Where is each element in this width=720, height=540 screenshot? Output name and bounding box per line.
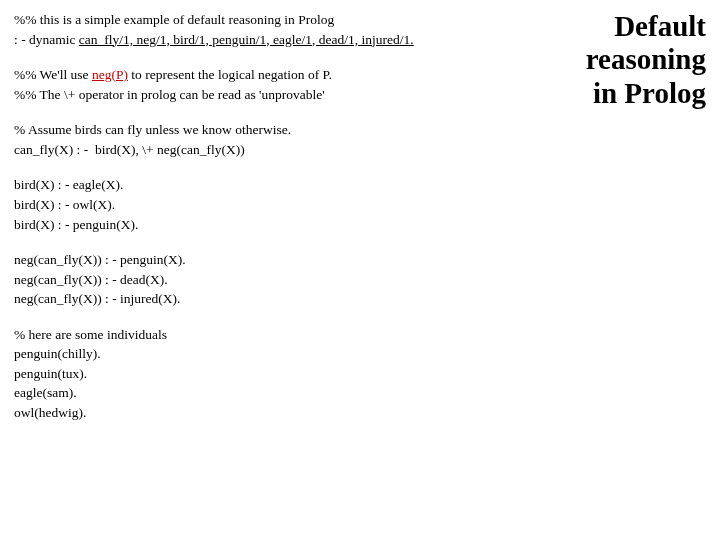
title-line: reasoning	[534, 43, 706, 76]
slide-title: Default reasoning in Prolog	[534, 10, 706, 110]
title-line: Default	[534, 10, 706, 43]
code-line: %% this is a simple example of default r…	[14, 10, 522, 30]
code-line: eagle(sam).	[14, 383, 522, 403]
title-column: Default reasoning in Prolog	[530, 0, 720, 540]
code-line: neg(can_fly(X)) : - injured(X).	[14, 289, 522, 309]
neg-link[interactable]: neg(P)	[92, 67, 128, 82]
code-line: bird(X) : - owl(X).	[14, 195, 522, 215]
code-block-5: neg(can_fly(X)) : - penguin(X). neg(can_…	[14, 250, 522, 309]
code-line: can_fly(X) : - bird(X), \+ neg(can_fly(X…	[14, 140, 522, 160]
code-line: % Assume birds can fly unless we know ot…	[14, 120, 522, 140]
code-block-4: bird(X) : - eagle(X). bird(X) : - owl(X)…	[14, 175, 522, 234]
code-column: %% this is a simple example of default r…	[0, 0, 530, 540]
code-line: owl(hedwig).	[14, 403, 522, 423]
code-line: %% We'll use neg(P) to represent the log…	[14, 65, 522, 85]
dynamic-declaration: can_fly/1, neg/1, bird/1, penguin/1, eag…	[79, 32, 414, 47]
code-line: bird(X) : - penguin(X).	[14, 215, 522, 235]
code-text: %% We'll use	[14, 67, 92, 82]
code-line: bird(X) : - eagle(X).	[14, 175, 522, 195]
code-line: : - dynamic can_fly/1, neg/1, bird/1, pe…	[14, 30, 522, 50]
code-block-2: %% We'll use neg(P) to represent the log…	[14, 65, 522, 104]
code-line: penguin(tux).	[14, 364, 522, 384]
code-block-3: % Assume birds can fly unless we know ot…	[14, 120, 522, 159]
code-line: penguin(chilly).	[14, 344, 522, 364]
code-line: %% The \+ operator in prolog can be read…	[14, 85, 522, 105]
code-line: neg(can_fly(X)) : - penguin(X).	[14, 250, 522, 270]
code-line: neg(can_fly(X)) : - dead(X).	[14, 270, 522, 290]
code-block-1: %% this is a simple example of default r…	[14, 10, 522, 49]
code-block-6: % here are some individuals penguin(chil…	[14, 325, 522, 423]
code-text: : - dynamic	[14, 32, 79, 47]
code-line: % here are some individuals	[14, 325, 522, 345]
code-text: to represent the logical negation of P.	[128, 67, 332, 82]
title-line: in Prolog	[534, 77, 706, 110]
